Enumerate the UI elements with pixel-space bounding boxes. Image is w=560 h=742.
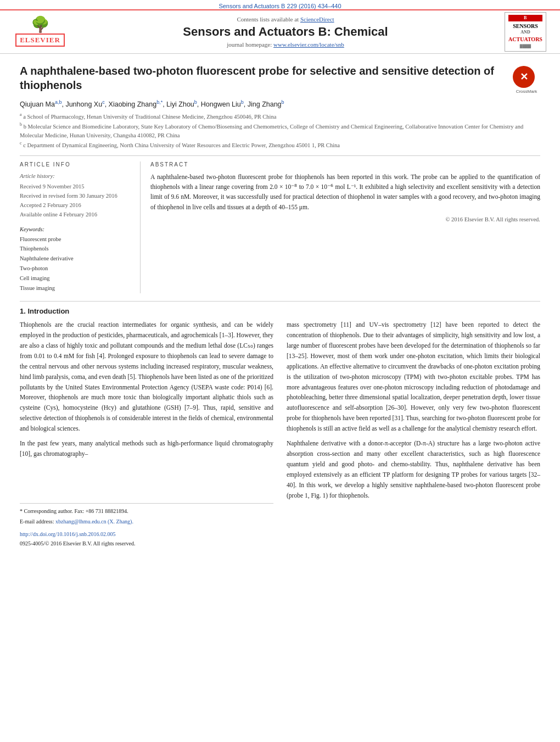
body-para-right-1: mass spectrometry [11] and UV–vis spectr… [287, 320, 540, 434]
body-para-2: In the past few years, many analytical m… [20, 438, 273, 459]
abstract-col: ABSTRACT A naphthalene-based two-photon … [141, 161, 540, 293]
journal-ref: Sensors and Actuators B 229 (2016) 434–4… [219, 3, 341, 9]
history-label: Article history: [20, 172, 130, 181]
sciencedirect-link[interactable]: ScienceDirect [300, 16, 334, 23]
keyword-6: Tissue imaging [20, 283, 130, 293]
abstract-heading: ABSTRACT [150, 161, 540, 168]
page: Sensors and Actuators B 229 (2016) 434–4… [0, 0, 560, 742]
crossmark-icon: ✕ [513, 66, 535, 88]
abstract-copyright: © 2016 Elsevier B.V. All rights reserved… [150, 215, 540, 225]
crossmark-label: CrossMark [513, 89, 540, 94]
sensors-badge: B SENSORS AND ACTUATORS ▓▓▓▓ [505, 12, 546, 52]
body-content: 1. Introduction Thiophenols are the cruc… [20, 307, 540, 549]
article-title: A naphthalene-based two-photon fluoresce… [20, 64, 502, 92]
affiliations: a a School of Pharmacology, Henan Univer… [20, 111, 540, 150]
body-para-1: Thiophenols are the crucial reaction int… [20, 320, 273, 434]
affiliation-a: a a School of Pharmacology, Henan Univer… [20, 111, 540, 121]
received-revised-date: Received in revised form 30 January 2016 [20, 192, 130, 201]
article-history: Article history: Received 9 November 201… [20, 172, 130, 220]
homepage-url[interactable]: www.elsevier.com/locate/snb [273, 41, 344, 48]
keyword-4: Two-photon [20, 264, 130, 274]
accepted-date: Accepted 2 February 2016 [20, 201, 130, 210]
contents-available: Contents lists available at ScienceDirec… [70, 16, 501, 23]
footer-copyright: 0925-4005/© 2016 Elsevier B.V. All right… [20, 539, 273, 549]
body-right-col: mass spectrometry [11] and UV–vis spectr… [287, 320, 540, 549]
keyword-3: Naphthalene derivative [20, 254, 130, 264]
elsevier-logo-area: 🌳 ELSEVIER [10, 13, 70, 51]
sensors-badge-and: AND [508, 30, 542, 35]
sensors-badge-actuators: ACTUATORS [508, 36, 542, 43]
body-para-right-2: Naphthalene derivative with a donor-π-ac… [287, 438, 540, 501]
affiliation-c: c c Department of Dynamical Engineering,… [20, 140, 540, 149]
doi-link[interactable]: http://dx.doi.org/10.1016/j.snb.2016.02.… [20, 531, 116, 537]
title-section: A naphthalene-based two-photon fluoresce… [20, 64, 540, 94]
article-content: A naphthalene-based two-photon fluoresce… [0, 54, 560, 554]
body-two-col: Thiophenols are the crucial reaction int… [20, 320, 540, 549]
keywords-label: Keywords: [20, 226, 130, 232]
article-info-heading: ARTICLE INFO [20, 161, 130, 168]
email-link[interactable]: xbzhang@lhmu.edu.cn (X. Zhang). [55, 518, 133, 525]
keyword-5: Cell imaging [20, 274, 130, 283]
elsevier-wordmark: ELSEVIER [15, 34, 65, 47]
divider-1 [20, 155, 540, 156]
corresponding-note: * Corresponding author. Fax: +86 731 888… [20, 507, 273, 515]
authors-line: Qiujuan Maa,b, Junhong Xuc, Xiaobing Zha… [20, 99, 540, 108]
sensors-badge-sensors: SENSORS [508, 23, 542, 30]
sensors-badge-topbar: B [508, 15, 542, 21]
available-date: Available online 4 February 2016 [20, 210, 130, 220]
footer-notes: * Corresponding author. Fax: +86 731 888… [20, 503, 273, 548]
article-info-col: ARTICLE INFO Article history: Received 9… [20, 161, 141, 293]
sensors-badge-extra: ▓▓▓▓ [508, 44, 542, 49]
email-line: E-mail address: xbzhang@lhmu.edu.cn (X. … [20, 517, 273, 526]
journal-name: Sensors and Actuators B: Chemical [70, 25, 501, 39]
doi-line: http://dx.doi.org/10.1016/j.snb.2016.02.… [20, 530, 273, 539]
sensors-badge-area: B SENSORS AND ACTUATORS ▓▓▓▓ [501, 12, 550, 52]
intro-heading: 1. Introduction [20, 307, 540, 315]
info-abstract-section: ARTICLE INFO Article history: Received 9… [20, 161, 540, 293]
divider-2 [20, 301, 540, 302]
received-date: Received 9 November 2015 [20, 182, 130, 192]
affiliation-b: b b Molecular Science and Biomedicine La… [20, 121, 540, 140]
journal-homepage-line: journal homepage: www.elsevier.com/locat… [70, 41, 501, 48]
journal-header: 🌳 ELSEVIER Contents lists available at S… [0, 9, 560, 54]
elsevier-tree-icon: 🌳 [31, 17, 50, 32]
body-left-col: Thiophenols are the crucial reaction int… [20, 320, 273, 549]
abstract-text: A naphthalene-based two-photon fluoresce… [150, 172, 540, 225]
keyword-1: Fluorescent probe [20, 235, 130, 244]
crossmark-area: ✕ CrossMark [513, 66, 540, 94]
keywords-section: Keywords: Fluorescent probe Thiophenols … [20, 226, 130, 293]
journal-title-area: Contents lists available at ScienceDirec… [70, 10, 501, 53]
keyword-2: Thiophenols [20, 244, 130, 254]
